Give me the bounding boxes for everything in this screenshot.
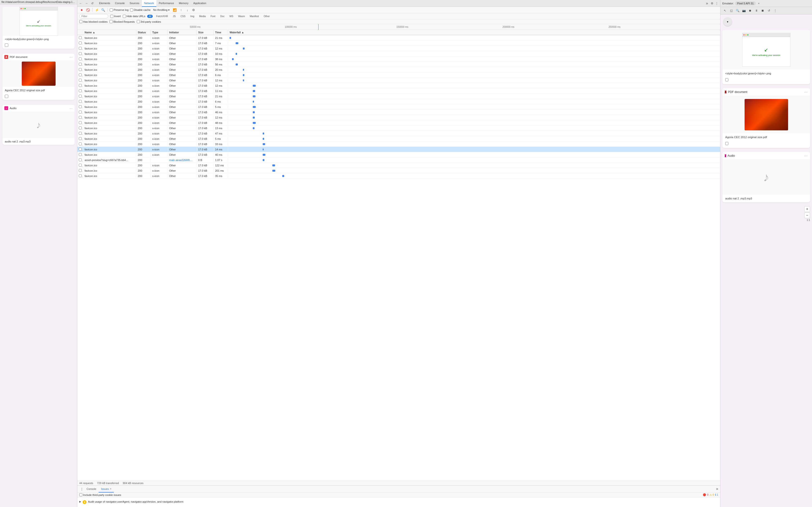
hide-data-urls-label[interactable]: Hide data URLs [123, 15, 146, 18]
type-manifest-btn[interactable]: Manifest [248, 15, 260, 18]
table-row[interactable]: favicon.ico 200 x-icon Other 17.0 kB 5 m… [77, 104, 720, 110]
table-row[interactable]: favicon.ico 200 x-icon Other 17.0 kB 47 … [77, 131, 720, 136]
table-row[interactable]: favicon.ico 200 x-icon Other 17.0 kB 12 … [77, 78, 720, 83]
tab-memory[interactable]: Memory [176, 0, 191, 7]
col-size-header[interactable]: Size [197, 30, 214, 35]
wifi-icon[interactable]: 📶 [172, 7, 177, 12]
blocked-requests-checkbox[interactable] [109, 20, 113, 23]
table-row[interactable]: favicon.ico 200 x-icon Other 17.0 kB 12 … [77, 83, 720, 89]
hide-data-urls-checkbox[interactable] [123, 15, 126, 18]
table-row[interactable]: favicon.ico 200 x-icon Other 17.0 kB 21 … [77, 35, 720, 41]
rt-responsive-icon[interactable]: ◱ [729, 8, 734, 13]
type-font-btn[interactable]: Font [209, 15, 217, 18]
row-checkbox-10[interactable] [79, 89, 82, 92]
settings-icon[interactable]: ⚙ [710, 1, 714, 6]
blocked-cookies-label[interactable]: Has blocked cookies [79, 20, 108, 23]
blocked-requests-label[interactable]: Blocked Requests [109, 20, 135, 23]
bottom-panel-menu-icon[interactable]: ⋮ [79, 487, 84, 492]
tab-application[interactable]: Application [191, 0, 209, 7]
row-checkbox-11[interactable] [79, 95, 82, 98]
col-type-header[interactable]: Type [151, 30, 168, 35]
row-checkbox-12[interactable] [79, 100, 82, 103]
col-initiator-header[interactable]: Initiator [168, 30, 197, 35]
table-row[interactable]: favicon.ico 200 x-icon Other 17.0 kB 21 … [77, 94, 720, 99]
row-checkbox-15[interactable] [79, 116, 82, 119]
back-icon[interactable]: ← [78, 1, 83, 6]
download-icon[interactable]: ↓ [185, 7, 190, 12]
emulator-close-tab-icon[interactable]: × [758, 2, 760, 5]
audio-menu-button[interactable]: ··· [69, 107, 73, 110]
row-checkbox-26[interactable] [79, 174, 82, 177]
type-other-btn[interactable]: Other [262, 15, 271, 18]
rfc-pdf-checkbox[interactable] [725, 142, 728, 145]
rt-cursor-icon[interactable]: ↖ [722, 8, 728, 13]
tab-network[interactable]: Network [142, 0, 156, 7]
table-row[interactable]: favicon.ico 200 x-icon Other 17.0 kB 20 … [77, 67, 720, 72]
filter-input[interactable] [79, 14, 108, 18]
preserve-log-checkbox[interactable] [110, 8, 113, 12]
record-stop-icon[interactable]: ● [79, 7, 84, 12]
type-wasm-btn[interactable]: Wasm [237, 15, 246, 18]
row-checkbox-19[interactable] [79, 137, 82, 140]
table-row[interactable]: favicon.ico 200 x-icon Other 17.0 kB 38 … [77, 56, 720, 62]
rt-zoom-icon[interactable]: 🔍 [735, 8, 740, 13]
tab-issues-bottom[interactable]: Issues × [99, 486, 114, 493]
row-checkbox-5[interactable] [79, 63, 82, 66]
rt-refresh-icon[interactable]: ↺ [766, 8, 772, 13]
rfc-audio-menu-button[interactable]: ··· [804, 154, 808, 158]
type-css-btn[interactable]: CSS [179, 15, 187, 18]
row-checkbox-13[interactable] [79, 105, 82, 108]
row-checkbox-1[interactable] [79, 42, 82, 44]
col-time-header[interactable]: Time [214, 30, 228, 35]
upload-icon[interactable]: ↑ [179, 7, 184, 12]
table-row[interactable]: favicon.ico 200 x-icon Other 17.0 kB 35 … [77, 173, 720, 179]
zoom-in-button[interactable]: + [804, 206, 810, 212]
type-js-btn[interactable]: JS [171, 15, 177, 18]
table-row[interactable]: favicon.ico 200 x-icon Other 17.0 kB 201… [77, 168, 720, 173]
type-img-btn[interactable]: Img [189, 15, 196, 18]
issues-tab-close-icon[interactable]: × [110, 487, 111, 491]
preserve-log-label[interactable]: Preserve log [110, 8, 129, 12]
type-doc-btn[interactable]: Doc [219, 15, 226, 18]
table-row[interactable]: favicon.ico 200 x-icon Other 17.0 kB 10 … [77, 51, 720, 56]
row-checkbox-14[interactable] [79, 111, 82, 113]
tab-performance[interactable]: Performance [156, 0, 176, 7]
rfc-pdf-menu-button[interactable]: ··· [804, 90, 808, 94]
zoom-out-button[interactable]: − [804, 213, 810, 218]
table-row[interactable]: favicon.ico 200 x-icon Other 17.0 kB 33 … [77, 142, 720, 147]
disable-cache-label[interactable]: Disable cache [130, 8, 151, 12]
blocked-cookies-checkbox[interactable] [79, 20, 83, 23]
row-checkbox-4[interactable] [79, 57, 82, 60]
table-row[interactable]: favicon.ico 200 x-icon Other 17.0 kB 11 … [77, 89, 720, 94]
table-row[interactable]: asset-preview?slug=c667a735-bb4... 200 m… [77, 157, 720, 163]
row-checkbox-21[interactable] [79, 148, 82, 151]
row-checkbox-9[interactable] [79, 84, 82, 87]
table-row[interactable]: favicon.ico 200 x-icon Other 17.0 kB 12 … [77, 115, 720, 120]
rt-screenshot-icon[interactable]: 📷 [741, 8, 747, 13]
webpage-checkbox[interactable] [5, 44, 8, 47]
table-row[interactable]: favicon.ico 200 x-icon Other 17.0 kB 56 … [77, 62, 720, 67]
rt-stop-icon[interactable]: ⏹ [760, 8, 765, 13]
chevron-down-button[interactable]: ▾ [723, 17, 732, 26]
row-checkbox-16[interactable] [79, 121, 82, 124]
third-party-label[interactable]: 3rd-party cookies [137, 20, 161, 23]
type-media-btn[interactable]: Media [198, 15, 207, 18]
third-party-issues-label[interactable]: Include third-party cookie issues [79, 493, 121, 496]
forward-icon[interactable]: → [84, 1, 89, 6]
tab-console[interactable]: Console [113, 0, 127, 7]
row-checkbox-17[interactable] [79, 126, 82, 129]
row-checkbox-3[interactable] [79, 52, 82, 55]
row-checkbox-20[interactable] [79, 143, 82, 145]
table-row[interactable]: favicon.ico 200 x-icon Other 17.0 kB 7 m… [77, 41, 720, 46]
table-row[interactable]: favicon.ico 200 x-icon Other 17.0 kB 46 … [77, 110, 720, 115]
filter-icon[interactable]: ⚡ [95, 7, 99, 12]
table-row[interactable]: favicon.ico 200 x-icon Other 17.0 kB 13 … [77, 125, 720, 131]
search-icon[interactable]: 🔍 [101, 7, 106, 12]
reload-icon[interactable]: ↺ [90, 1, 95, 6]
throttle-dropdown[interactable]: No throttling ▾ [152, 8, 171, 12]
col-waterfall-header[interactable]: Waterfall ▲ [228, 30, 720, 35]
disable-cache-checkbox[interactable] [130, 8, 133, 12]
third-party-issues-checkbox[interactable] [79, 493, 83, 496]
type-ws-btn[interactable]: WS [228, 15, 235, 18]
rfc-webpage-checkbox[interactable] [725, 78, 728, 81]
